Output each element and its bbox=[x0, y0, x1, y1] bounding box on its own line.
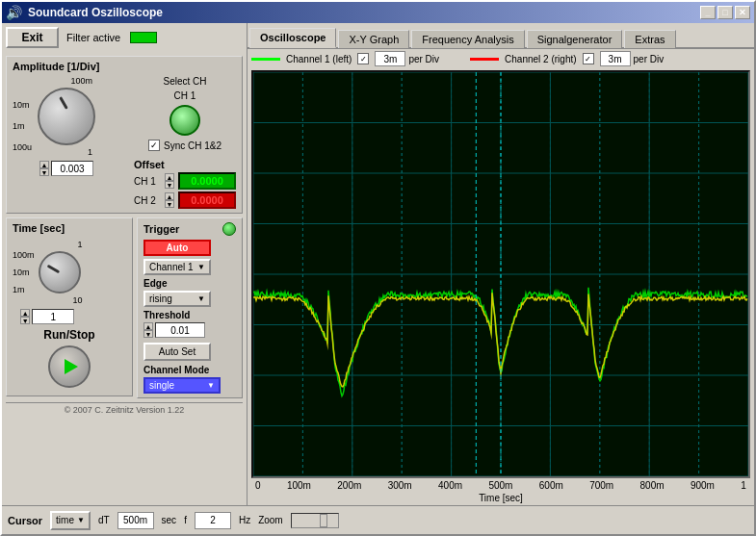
tab-frequency-analysis[interactable]: Frequency Analysis bbox=[411, 30, 524, 48]
edge-value: rising bbox=[149, 294, 172, 304]
ch1-indicator[interactable] bbox=[169, 105, 200, 136]
amp-spin-up[interactable]: ▲ bbox=[39, 161, 49, 168]
x-label-600m: 600m bbox=[539, 480, 563, 491]
ch1-offset-input[interactable]: 0.0000 bbox=[178, 172, 236, 190]
time-label-1m: 1m bbox=[13, 285, 35, 294]
ch1-label: CH 1 bbox=[174, 90, 196, 101]
edge-arrow: ▼ bbox=[197, 294, 205, 303]
title-bar: 🔊 Soundcard Oszilloscope _ □ ✕ bbox=[2, 2, 754, 23]
ch2-offset-down[interactable]: ▼ bbox=[165, 200, 174, 208]
ch1-offset-up[interactable]: ▲ bbox=[165, 173, 174, 181]
ch1-checkbox[interactable]: ✓ bbox=[357, 53, 369, 64]
amp-spin-down[interactable]: ▼ bbox=[39, 168, 49, 176]
x-label-0: 0 bbox=[255, 480, 261, 491]
amplitude-knob[interactable] bbox=[38, 88, 95, 145]
bottom-bar: Cursor time ▼ dT 500m sec f 2 Hz Zoom bbox=[2, 505, 754, 534]
right-panel: Oscilloscope X-Y Graph Frequency Analysi… bbox=[248, 23, 754, 505]
time-knob-wrapper: 100m 10m 1m 1 bbox=[13, 240, 83, 324]
tabs-bar: Oscilloscope X-Y Graph Frequency Analysi… bbox=[248, 23, 754, 49]
amplitude-value-input[interactable]: 0.003 bbox=[51, 161, 93, 176]
sync-label: Sync CH 1&2 bbox=[164, 140, 222, 151]
sync-row: ✓ Sync CH 1&2 bbox=[148, 140, 222, 151]
x-label-800m: 800m bbox=[640, 480, 665, 491]
tab-signal-generator[interactable]: Signalgenerator bbox=[527, 30, 623, 48]
time-section: Time [sec] 100m 10m 1m bbox=[6, 217, 133, 396]
cursor-dropdown-arrow: ▼ bbox=[77, 516, 85, 524]
cursor-mode-value: time bbox=[56, 515, 74, 525]
x-axis-title: Time [sec] bbox=[251, 493, 750, 503]
ch1-offset-down[interactable]: ▼ bbox=[165, 181, 174, 189]
amp-label-100u: 100u bbox=[13, 142, 32, 152]
main-content: Exit Filter active Amplitude [1/Div] 10m… bbox=[2, 23, 754, 534]
auto-set-button[interactable]: Auto Set bbox=[143, 343, 211, 361]
minimize-button[interactable]: _ bbox=[700, 6, 716, 19]
ch2-checkbox[interactable]: ✓ bbox=[583, 53, 594, 64]
trigger-led bbox=[222, 222, 236, 236]
close-button[interactable]: ✕ bbox=[735, 6, 750, 19]
trigger-channel-dropdown[interactable]: Channel 1 ▼ bbox=[143, 259, 211, 275]
ch1-per-div-unit: per Div bbox=[408, 54, 439, 64]
exit-button[interactable]: Exit bbox=[6, 27, 59, 48]
f-unit: Hz bbox=[239, 515, 250, 525]
select-ch-area: Select CH CH 1 ✓ Sync CH 1&2 Offset CH 1 bbox=[134, 76, 236, 209]
copyright-text: © 2007 C. Zeitnitz Version 1.22 bbox=[6, 402, 243, 417]
ch-mode-label: Channel Mode bbox=[143, 365, 236, 375]
ch1-offset-label: CH 1 bbox=[134, 176, 161, 187]
top-area: Exit Filter active Amplitude [1/Div] 10m… bbox=[2, 23, 754, 505]
x-label-1: 1 bbox=[741, 480, 746, 491]
ch-mode-value: single bbox=[149, 380, 174, 391]
run-stop-label: Run/Stop bbox=[43, 328, 94, 342]
trigger-header: Trigger bbox=[143, 222, 236, 236]
cursor-mode-dropdown[interactable]: time ▼ bbox=[50, 511, 91, 530]
oscilloscope-canvas bbox=[253, 72, 748, 476]
ch1-offset-spin[interactable]: ▲ ▼ bbox=[165, 173, 174, 189]
ch1-label-text: Channel 1 (left) bbox=[286, 54, 352, 64]
amplitude-knob-area: 10m 1m 100u 100m bbox=[13, 76, 95, 176]
ch2-offset-up[interactable]: ▲ bbox=[165, 192, 174, 200]
time-label-1: 1 bbox=[78, 240, 83, 249]
x-label-100m: 100m bbox=[287, 480, 311, 491]
edge-dropdown[interactable]: rising ▼ bbox=[143, 291, 211, 307]
time-label-10: 10 bbox=[73, 295, 83, 305]
threshold-spin-up[interactable]: ▲ bbox=[143, 322, 153, 330]
maximize-button[interactable]: □ bbox=[717, 6, 733, 19]
threshold-spin[interactable]: ▲ ▼ bbox=[143, 322, 153, 338]
ch2-offset-input[interactable]: 0.0000 bbox=[178, 191, 236, 209]
ch1-offset-row: CH 1 ▲ ▼ 0.0000 bbox=[134, 172, 236, 190]
run-stop-area: Run/Stop bbox=[13, 324, 126, 392]
sync-checkbox[interactable]: ✓ bbox=[148, 140, 160, 151]
filter-indicator bbox=[130, 32, 157, 43]
time-knob[interactable] bbox=[39, 251, 81, 294]
time-label-100m: 100m bbox=[13, 250, 35, 260]
play-icon bbox=[65, 359, 78, 374]
time-spin-up[interactable]: ▲ bbox=[20, 309, 30, 317]
dT-value: 500m bbox=[117, 512, 154, 529]
threshold-spin-down[interactable]: ▼ bbox=[143, 330, 153, 338]
offset-area: Offset CH 1 ▲ ▼ 0.0000 bbox=[134, 159, 236, 209]
tab-oscilloscope[interactable]: Oscilloscope bbox=[249, 28, 336, 48]
filter-label: Filter active bbox=[66, 32, 120, 43]
f-label: f bbox=[184, 515, 187, 525]
dT-label: dT bbox=[98, 515, 110, 525]
ch2-per-div: per Div bbox=[600, 51, 665, 66]
window-title: Soundcard Oszilloscope bbox=[28, 6, 163, 19]
ch2-offset-spin[interactable]: ▲ ▼ bbox=[165, 192, 174, 208]
ch2-offset-label: CH 2 bbox=[134, 195, 161, 206]
ch-mode-dropdown[interactable]: single ▼ bbox=[143, 377, 221, 394]
threshold-input[interactable]: 0.01 bbox=[155, 322, 205, 338]
zoom-label: Zoom bbox=[258, 515, 283, 525]
tab-extras[interactable]: Extras bbox=[624, 30, 675, 48]
ch2-per-div-input[interactable] bbox=[600, 51, 631, 66]
time-area: 100m 10m 1m 1 bbox=[13, 238, 126, 324]
time-value-input[interactable]: 1 bbox=[32, 309, 74, 324]
amp-spin-arrows[interactable]: ▲ ▼ bbox=[39, 161, 49, 176]
amp-label-100m: 100m bbox=[71, 76, 93, 86]
run-stop-button[interactable] bbox=[48, 345, 91, 388]
ch1-per-div-input[interactable] bbox=[375, 51, 405, 66]
trigger-mode-button[interactable]: Auto bbox=[143, 240, 211, 256]
amp-label-1m: 1m bbox=[13, 121, 32, 131]
tab-xy-graph[interactable]: X-Y Graph bbox=[338, 30, 409, 48]
time-spin-down[interactable]: ▼ bbox=[20, 317, 30, 324]
zoom-slider[interactable] bbox=[291, 513, 339, 528]
time-spin-arrows[interactable]: ▲ ▼ bbox=[20, 309, 30, 324]
